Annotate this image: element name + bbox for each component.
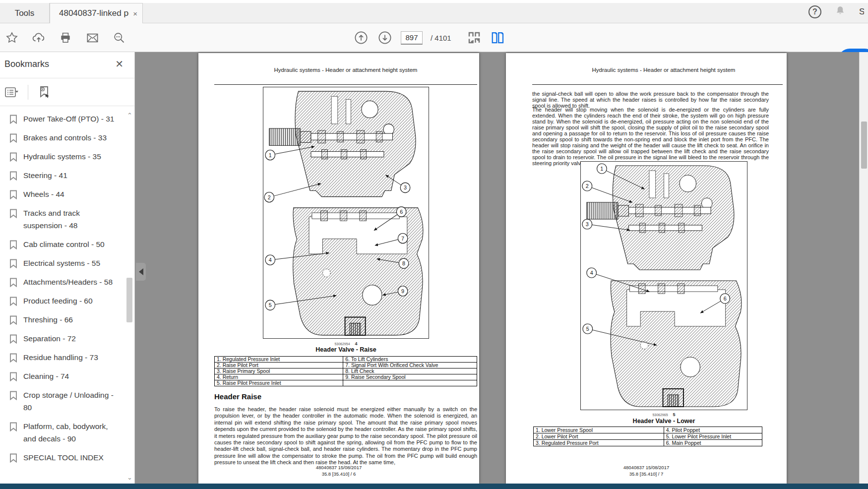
scroll-down-icon[interactable]: ⌄: [126, 474, 133, 482]
bookmark-item[interactable]: Cab climate control - 50: [9, 238, 123, 250]
bookmark-item[interactable]: SPECIAL TOOL INDEX: [9, 451, 123, 464]
print-icon[interactable]: [58, 30, 73, 46]
bookmark-options-icon[interactable]: [4, 84, 20, 100]
bookmark-icon: [9, 422, 17, 431]
toolbar: / 4101: [0, 23, 868, 52]
page-footer-line2: 35.8 [35.410] / 7: [506, 471, 787, 477]
legend-cell: 1. Regulated Pressure Inlet: [215, 357, 343, 363]
legend-cell: 4. Return: [215, 374, 343, 380]
bookmark-item-label: Attachments/Headers - 58: [23, 276, 119, 288]
bookmark-item[interactable]: Threshing - 66: [9, 313, 123, 326]
bookmark-item[interactable]: Product feeding - 60: [9, 295, 123, 307]
legend-cell: 6. To Lift Cylinders: [343, 357, 477, 363]
tab-tools-label: Tools: [15, 8, 35, 18]
bookmark-icon: [9, 372, 17, 381]
bookmark-icon: [9, 315, 17, 325]
document-scrollbar[interactable]: [859, 52, 868, 484]
bookmark-item[interactable]: Separation - 72: [9, 332, 123, 345]
valve-diagram-lower: 1 2 3 4 5 6: [581, 162, 747, 410]
bookmark-icon: [9, 353, 17, 363]
taskbar: [0, 484, 868, 489]
bell-icon[interactable]: [834, 5, 846, 19]
acrobat-window: Tools 48040837-linked pd... × ? S: [0, 0, 868, 489]
bookmark-icon: [9, 240, 17, 249]
tab-document[interactable]: 48040837-linked pd... ×: [50, 3, 143, 23]
legend-cell: 2. Raise Pilot Port: [215, 363, 343, 368]
bookmark-item-label: Cab climate control - 50: [23, 238, 119, 250]
bookmark-icon: [9, 152, 17, 162]
bookmark-item-label: Cleaning - 74: [23, 370, 119, 382]
two-page-view-icon[interactable]: [490, 30, 506, 46]
svg-text:1: 1: [600, 166, 603, 172]
account-label-partial[interactable]: S: [859, 7, 864, 17]
page-number-input[interactable]: [401, 31, 423, 45]
legend-cell: 6. Main Poppet: [664, 440, 762, 446]
bookmark-icon: [9, 278, 17, 287]
bookmark-icon: [9, 334, 17, 344]
bookmark-item[interactable]: Platform, cab, bodywork, and decals - 90: [9, 420, 123, 445]
page-scroll-mode-icon[interactable]: [466, 30, 482, 46]
page-footer-line2: 35.8 [35.410] / 6: [198, 471, 479, 477]
figure-lower: 1 2 3 4 5 6: [580, 161, 747, 410]
collapse-panel-button[interactable]: [136, 263, 146, 281]
legend-cell: [343, 380, 477, 386]
bookmark-item[interactable]: Hydraulic systems - 35: [9, 150, 123, 163]
page-total-label: / 4101: [431, 34, 451, 42]
tab-close-icon[interactable]: ×: [133, 9, 137, 18]
legend-cell: 9. Raise Secondary Spool: [343, 374, 477, 380]
favorites-star-icon[interactable]: [4, 30, 20, 46]
bookmark-item[interactable]: Electrical systems - 55: [9, 257, 123, 269]
bookmark-item-label: Platform, cab, bodywork, and decals - 90: [23, 420, 119, 445]
bookmark-icon: [9, 453, 17, 463]
bookmark-item-label: Brakes and controls - 33: [23, 131, 119, 144]
bookmark-item-label: Tracks and track suspension - 48: [23, 207, 119, 232]
legend-table-raise: 1. Regulated Pressure Inlet6. To Lift Cy…: [214, 356, 477, 386]
bookmark-icon: [9, 171, 17, 181]
bookmark-item[interactable]: Attachments/Headers - 58: [9, 276, 123, 288]
figure-raise: 1 2 3 4 5 6 7 8 9: [263, 87, 429, 339]
bookmark-item[interactable]: Power Take-Off (PTO) - 31: [9, 113, 123, 125]
help-icon[interactable]: ?: [808, 5, 821, 18]
search-icon[interactable]: [111, 30, 127, 46]
svg-text:7: 7: [401, 235, 404, 241]
previous-page-button[interactable]: [353, 30, 369, 46]
panel-scrollbar[interactable]: ⌃ ⌄: [125, 109, 134, 484]
page-header: Hydraulic systems - Header or attachment…: [532, 67, 795, 73]
svg-text:5: 5: [586, 326, 589, 332]
add-bookmark-icon[interactable]: [36, 84, 52, 100]
svg-text:4: 4: [590, 270, 593, 276]
legend-cell: 2. Lower Pilot Port: [534, 433, 664, 440]
bookmark-item[interactable]: Residue handling - 73: [9, 351, 123, 364]
panel-scrollbar-thumb[interactable]: [126, 278, 132, 322]
bookmark-item[interactable]: Tracks and track suspension - 48: [9, 207, 123, 232]
bookmark-item[interactable]: Cleaning - 74: [9, 370, 123, 382]
svg-text:1: 1: [269, 152, 272, 158]
svg-text:9: 9: [401, 288, 404, 294]
bookmark-item[interactable]: Wheels - 44: [9, 188, 123, 200]
document-scrollbar-thumb[interactable]: [861, 122, 867, 169]
bookmark-item-label: Steering - 41: [23, 169, 119, 182]
bookmark-item[interactable]: Brakes and controls - 33: [9, 131, 123, 144]
bookmark-icon: [9, 209, 17, 218]
bookmarks-panel: Bookmarks ✕ Power Take-Off (PTO) - 31 Br…: [0, 52, 135, 484]
tab-document-label: 48040837-linked pd...: [59, 8, 129, 18]
tab-tools[interactable]: Tools: [0, 3, 50, 23]
svg-text:3: 3: [586, 221, 589, 227]
legend-cell: 4. Pilot Poppet: [664, 427, 762, 433]
legend-cell: 3. Regulated Pressure Port: [534, 440, 664, 446]
scroll-up-icon[interactable]: ⌃: [126, 112, 133, 120]
bookmark-item[interactable]: Crop storage / Unloading - 80: [9, 389, 123, 414]
bookmark-icon: [9, 115, 17, 124]
email-icon[interactable]: [84, 30, 100, 46]
legend-cell: 5. Lower Pilot Pressure Inlet: [664, 433, 762, 440]
figure-caption: Header Valve - Raise: [263, 346, 429, 353]
bookmark-icon: [9, 190, 17, 199]
body-paragraph: the signal-check ball will open to allow…: [532, 91, 769, 109]
svg-text:4: 4: [269, 257, 272, 263]
chevron-left-icon: [139, 268, 143, 275]
bookmarks-close-icon[interactable]: ✕: [115, 58, 124, 70]
bookmark-item-label: SPECIAL TOOL INDEX: [23, 451, 119, 464]
bookmark-item[interactable]: Steering - 41: [9, 169, 123, 182]
cloud-upload-icon[interactable]: [31, 30, 47, 46]
next-page-button[interactable]: [377, 30, 393, 46]
